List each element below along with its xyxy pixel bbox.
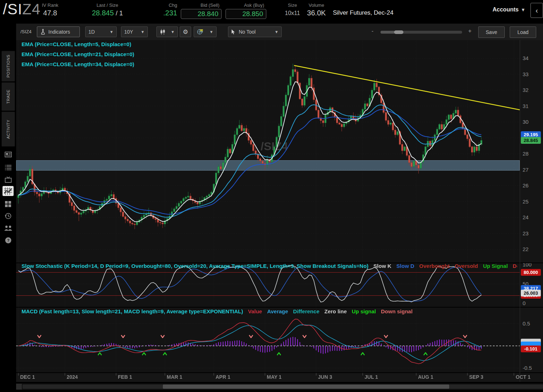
price-tick-26: 26 — [523, 182, 529, 188]
stoch-slowk-bubble: 26.003 — [521, 290, 541, 297]
scrollbar-left-button[interactable] — [16, 384, 22, 389]
volume-value: 36.0K — [304, 8, 329, 18]
iv-rank-label: IV Rank — [34, 2, 66, 8]
macd-tick--0.5: -0.5 — [523, 365, 532, 371]
bid-field: Bid (Sell) 28.840 — [181, 2, 222, 19]
zoom-out-button[interactable]: - — [372, 28, 373, 34]
history-icon[interactable] — [3, 211, 14, 221]
timeframe-dropdown[interactable]: 1D▼ — [85, 26, 117, 37]
cursor-icon — [231, 29, 236, 35]
chevron-down-icon: ▼ — [138, 30, 145, 34]
macd-study-label[interactable]: MACD (Fast length=13, Slow length=21, MA… — [21, 308, 243, 314]
size-field: Size 10x11 — [282, 2, 303, 18]
stoch-legend-item-5: Down Signal — [513, 263, 517, 269]
help-icon[interactable]: ? — [3, 235, 14, 245]
scrollbar-track[interactable] — [23, 384, 543, 389]
ema34-study-label[interactable]: EMA (Price=CLOSE, Length=34, Displace=0) — [21, 61, 134, 67]
sidebar-tab-trade[interactable]: TRADE — [1, 82, 15, 111]
watchlist-icon[interactable] — [3, 162, 14, 172]
stoch-legend-item-3: Oversold — [455, 263, 478, 269]
iv-rank-value: 47.8 — [34, 8, 66, 18]
last-size-value: / 1 — [116, 10, 123, 17]
size-label: Size — [282, 2, 303, 8]
zoom-slider[interactable] — [380, 31, 462, 34]
ema21-study-label[interactable]: EMA (Price=CLOSE, Length=21, Displace=0) — [21, 51, 134, 57]
chevron-down-icon: ▼ — [207, 30, 213, 34]
settings-button[interactable]: ⚙ — [180, 26, 191, 37]
x-axis-label-4: APR 1 — [215, 374, 230, 380]
x-axis-label-9: SEP 3 — [469, 374, 483, 380]
gutter-separator — [520, 307, 543, 308]
x-axis-label-1: 2024 — [67, 374, 78, 380]
sidebar-tab-positions[interactable]: POSITIONS — [1, 51, 15, 82]
collapse-panel-button[interactable]: ‹ — [530, 3, 543, 18]
x-axis-label-2: FEB 1 — [118, 374, 132, 380]
range-dropdown[interactable]: 10Y▼ — [121, 26, 148, 37]
macd-legend-item-1: Average — [267, 308, 288, 314]
sidebar-tab-activity[interactable]: ACTIVITY — [1, 112, 15, 147]
community-icon[interactable] — [3, 223, 14, 233]
load-button[interactable]: Load — [510, 26, 536, 38]
chg-value: .231 — [150, 8, 177, 18]
accounts-menu[interactable]: Accounts▼ — [493, 6, 525, 13]
price-tick-27: 27 — [523, 167, 529, 173]
stoch-tick-0: 0 — [523, 300, 525, 306]
macd-legend: MACD (Fast length=13, Slow length=21, MA… — [21, 308, 517, 314]
last-value: 28.845 — [92, 9, 114, 17]
ask-button[interactable]: 28.850 — [226, 9, 266, 19]
macd-legend-item-0: Value — [248, 308, 262, 314]
chevron-left-icon: ‹ — [535, 6, 538, 15]
stoch-overbought-bubble: 80.000 — [521, 269, 541, 276]
save-button[interactable]: Save — [478, 26, 505, 38]
price-tick-22: 22 — [523, 246, 529, 252]
chevron-down-icon: ▼ — [107, 30, 113, 34]
indicators-button[interactable]: Indicators — [37, 26, 80, 37]
stoch-legend-item-2: Overbought — [419, 263, 450, 269]
pattern-tools-dropdown[interactable]: ▼ — [194, 26, 217, 37]
flask-icon — [40, 29, 46, 35]
chevron-down-icon: ▼ — [168, 30, 175, 34]
price-tick-31: 31 — [523, 103, 529, 109]
stochastic-legend: Slow Stochastic (K Period=14, D Period=9… — [21, 263, 517, 269]
x-axis-label-6: JUN 3 — [318, 374, 332, 380]
zoom-in-button[interactable]: + — [468, 28, 471, 34]
macd-legend-item-4: Up signal — [352, 308, 376, 314]
macd-tick-0.5: 0.5 — [523, 320, 530, 327]
drawing-tool-dropdown[interactable]: No Tool▼ — [228, 26, 282, 37]
chart-type-dropdown[interactable]: ▼ — [156, 26, 178, 37]
x-axis-label-3: MAR 1 — [167, 374, 183, 380]
price-tick-30: 30 — [523, 119, 529, 125]
chart-toolbar: /SIZ4 Indicators 1D▼ 10Y▼ ▼ ⚙ ▼ No Tool▼… — [16, 24, 543, 41]
volume-label: Volume — [304, 2, 329, 8]
toolbar-symbol: /SIZ4 — [20, 29, 31, 34]
chart-scrollbar[interactable] — [16, 383, 543, 390]
charts-icon[interactable] — [3, 186, 14, 196]
macd-legend-item-3: Zero line — [324, 308, 347, 314]
grid-tiles-icon[interactable] — [3, 199, 14, 209]
gutter-separator — [520, 263, 543, 263]
zoom-slider-thumb[interactable] — [394, 30, 403, 34]
ema5-study-label[interactable]: EMA (Price=CLOSE, Length=5, Displace=0) — [21, 41, 131, 47]
stoch-legend-item-4: Up Signal — [483, 263, 508, 269]
ask-value: 28.850 — [242, 10, 263, 18]
chg-field: Chg .231 — [150, 2, 177, 18]
price-tick-24: 24 — [523, 214, 529, 220]
main-chart-canvas[interactable] — [16, 40, 520, 382]
x-axis-label-10: OCT 1 — [516, 374, 530, 380]
symbol-root: /SI — [3, 1, 22, 18]
last-size-field: Last / Size 28.845 / 1 — [81, 2, 134, 18]
news-icon[interactable] — [3, 150, 14, 160]
price-tick-33: 33 — [523, 71, 529, 77]
pattern-icon — [197, 29, 203, 35]
instrument-name: Silver Futures, Dec-24 — [333, 9, 393, 16]
chg-label: Chg — [150, 2, 177, 8]
bid-value: 28.840 — [198, 10, 218, 18]
bid-button[interactable]: 28.840 — [181, 9, 222, 19]
tv-icon[interactable] — [3, 175, 14, 185]
x-axis-label-8: AUG 1 — [418, 374, 433, 380]
stochastic-study-label[interactable]: Slow Stochastic (K Period=14, D Period=9… — [21, 263, 368, 269]
price-tick-34: 34 — [523, 55, 529, 61]
left-sidebar: POSITIONS TRADE ACTIVITY ? — [0, 22, 16, 392]
volume-field: Volume 36.0K — [304, 2, 329, 18]
scrollbar-thumb[interactable] — [163, 384, 449, 389]
